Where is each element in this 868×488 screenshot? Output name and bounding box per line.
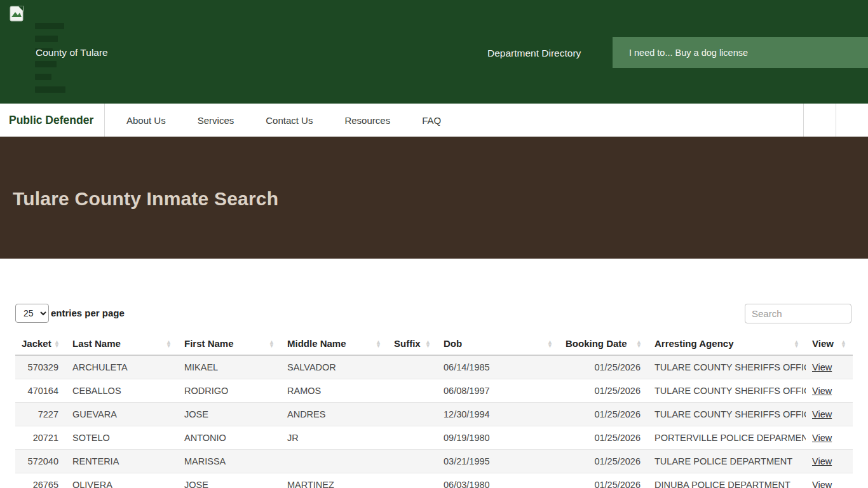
cell-middle-name: RAMOS bbox=[281, 379, 388, 403]
entries-per-page-label: entries per page bbox=[51, 308, 125, 318]
col-header-last-name[interactable]: Last Name▲▼ bbox=[66, 333, 178, 355]
cell-first-name: JOSE bbox=[178, 403, 281, 426]
cell-booking-date: 01/25/2026 bbox=[559, 473, 648, 488]
view-link[interactable]: View bbox=[812, 362, 832, 372]
cell-booking-date: 01/25/2026 bbox=[559, 450, 648, 473]
search-input[interactable] bbox=[745, 304, 851, 323]
cell-booking-date: 01/25/2026 bbox=[559, 403, 648, 426]
navbar: Public Defender About Us Services Contac… bbox=[0, 104, 868, 137]
cell-middle-name: SALVADOR bbox=[281, 355, 388, 379]
sort-icon[interactable]: ▲▼ bbox=[54, 340, 60, 348]
cell-last-name: OLIVERA bbox=[66, 473, 178, 488]
nav-item-contact-us[interactable]: Contact Us bbox=[255, 104, 323, 137]
cell-dob: 06/08/1997 bbox=[437, 379, 559, 403]
sort-icon[interactable]: ▲▼ bbox=[841, 340, 846, 348]
faint-menu-item bbox=[35, 86, 65, 93]
cell-booking-date: 01/25/2026 bbox=[559, 426, 648, 450]
cell-jacket: 26765 bbox=[15, 473, 66, 488]
nav-empty-cell[interactable] bbox=[803, 104, 836, 137]
table-row: 572040 RENTERIA MARISSA 03/21/1995 01/25… bbox=[15, 450, 853, 473]
cell-middle-name: JR bbox=[281, 426, 388, 450]
col-header-suffix[interactable]: Suffix▲▼ bbox=[388, 333, 437, 355]
cell-suffix bbox=[388, 426, 437, 450]
site-name: County of Tulare bbox=[36, 47, 108, 58]
nav-item-faq[interactable]: FAQ bbox=[412, 104, 451, 137]
view-link[interactable]: View bbox=[812, 433, 832, 443]
table-header-row: Jacket▲▼ Last Name▲▼ First Name▲▼ Middle… bbox=[15, 333, 853, 355]
cell-arresting-agency: TULARE COUNTY SHERIFFS OFFICE bbox=[648, 403, 806, 426]
faint-menu-item bbox=[35, 36, 58, 42]
sort-icon[interactable]: ▲▼ bbox=[636, 340, 642, 348]
col-header-middle-name[interactable]: Middle Name▲▼ bbox=[281, 333, 388, 355]
inmate-table: Jacket▲▼ Last Name▲▼ First Name▲▼ Middle… bbox=[15, 333, 853, 488]
cell-first-name: ANTONIO bbox=[178, 426, 281, 450]
col-header-jacket[interactable]: Jacket▲▼ bbox=[15, 333, 66, 355]
table-row: 26765 OLIVERA JOSE MARTINEZ 06/03/1980 0… bbox=[15, 473, 853, 488]
nav-item-resources[interactable]: Resources bbox=[334, 104, 400, 137]
cell-arresting-agency: TULARE COUNTY SHERIFFS OFFICE bbox=[648, 379, 806, 403]
cell-jacket: 570329 bbox=[15, 355, 66, 379]
view-link[interactable]: View bbox=[812, 480, 832, 488]
cell-last-name: ARCHULETA bbox=[66, 355, 178, 379]
hero-banner: Tulare County Inmate Search bbox=[0, 137, 868, 259]
broken-image-icon bbox=[10, 6, 25, 23]
nav-empty-cell[interactable] bbox=[836, 104, 868, 137]
cell-arresting-agency: PORTERVILLE POLICE DEPARMENT bbox=[648, 426, 806, 450]
sort-icon[interactable]: ▲▼ bbox=[794, 340, 799, 348]
cell-suffix bbox=[388, 379, 437, 403]
table-row: 570329 ARCHULETA MIKAEL SALVADOR 06/14/1… bbox=[15, 355, 853, 379]
sort-icon[interactable]: ▲▼ bbox=[166, 340, 172, 348]
cell-jacket: 470164 bbox=[15, 379, 66, 403]
cell-dob: 09/19/1980 bbox=[437, 426, 559, 450]
col-header-arresting-agency[interactable]: Arresting Agency▲▼ bbox=[648, 333, 806, 355]
table-row: 7227 GUEVARA JOSE ANDRES 12/30/1994 01/2… bbox=[15, 403, 853, 426]
cell-arresting-agency: TULARE POLICE DEPARTMENT bbox=[648, 450, 806, 473]
cell-first-name: RODRIGO bbox=[178, 379, 281, 403]
cell-suffix bbox=[388, 473, 437, 488]
sort-icon[interactable]: ▲▼ bbox=[269, 340, 275, 348]
cell-dob: 06/03/1980 bbox=[437, 473, 559, 488]
faint-menu-item bbox=[35, 23, 64, 29]
sort-icon[interactable]: ▲▼ bbox=[376, 340, 381, 348]
cell-jacket: 7227 bbox=[15, 403, 66, 426]
col-header-booking-date[interactable]: Booking Date▲▼ bbox=[559, 333, 648, 355]
view-link[interactable]: View bbox=[812, 409, 832, 419]
nav-item-services[interactable]: Services bbox=[187, 104, 245, 137]
cell-dob: 03/21/1995 bbox=[437, 450, 559, 473]
page-title: Tulare County Inmate Search bbox=[0, 137, 868, 210]
cell-middle-name: MARTINEZ bbox=[281, 473, 388, 488]
col-header-dob[interactable]: Dob▲▼ bbox=[437, 333, 559, 355]
nav-links: About Us Services Contact Us Resources F… bbox=[105, 104, 451, 137]
cell-dob: 06/14/1985 bbox=[437, 355, 559, 379]
col-header-first-name[interactable]: First Name▲▼ bbox=[178, 333, 281, 355]
faint-menu-item bbox=[35, 61, 57, 67]
sort-icon[interactable]: ▲▼ bbox=[547, 340, 553, 348]
i-need-to-button[interactable]: I need to... Buy a dog license bbox=[613, 37, 868, 68]
cell-dob: 12/30/1994 bbox=[437, 403, 559, 426]
cell-suffix bbox=[388, 450, 437, 473]
cell-booking-date: 01/25/2026 bbox=[559, 379, 648, 403]
department-directory-link[interactable]: Department Directory bbox=[487, 48, 581, 59]
cell-arresting-agency: DINUBA POLICE DEPARTMENT bbox=[648, 473, 806, 488]
nav-item-about-us[interactable]: About Us bbox=[116, 104, 176, 137]
brand-public-defender[interactable]: Public Defender bbox=[0, 104, 105, 137]
cell-first-name: MIKAEL bbox=[178, 355, 281, 379]
view-link[interactable]: View bbox=[812, 386, 832, 396]
entries-per-page-select[interactable]: 25 bbox=[15, 304, 49, 323]
cell-suffix bbox=[388, 403, 437, 426]
cell-last-name: CEBALLOS bbox=[66, 379, 178, 403]
cell-booking-date: 01/25/2026 bbox=[559, 355, 648, 379]
table-row: 20721 SOTELO ANTONIO JR 09/19/1980 01/25… bbox=[15, 426, 853, 450]
sort-icon[interactable]: ▲▼ bbox=[425, 340, 431, 348]
main-content: 25 entries per page Jacket▲▼ Last Name▲▼… bbox=[0, 259, 868, 488]
view-link[interactable]: View bbox=[812, 456, 832, 466]
site-header: County of Tulare Department Directory I … bbox=[0, 0, 868, 104]
table-row: 470164 CEBALLOS RODRIGO RAMOS 06/08/1997… bbox=[15, 379, 853, 403]
nav-right-cells bbox=[803, 104, 868, 137]
col-header-view[interactable]: View▲▼ bbox=[806, 333, 853, 355]
cell-first-name: MARISSA bbox=[178, 450, 281, 473]
cell-last-name: RENTERIA bbox=[66, 450, 178, 473]
table-controls: 25 entries per page bbox=[15, 304, 853, 323]
faint-menu-item bbox=[35, 74, 51, 80]
cell-last-name: SOTELO bbox=[66, 426, 178, 450]
